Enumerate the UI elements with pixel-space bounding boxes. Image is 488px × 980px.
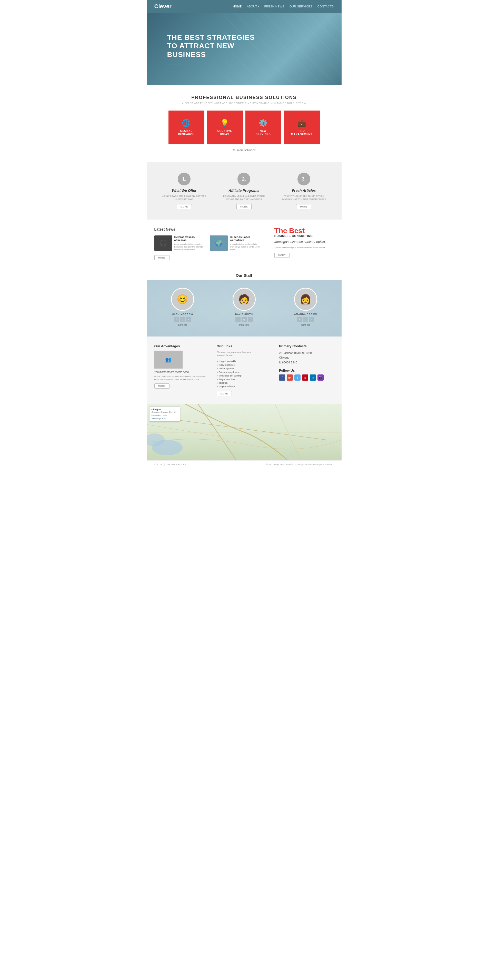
- logo[interactable]: Clever: [154, 3, 172, 10]
- footer-link-1[interactable]: Claguit teiurtekle: [217, 360, 271, 363]
- feature-more-btn-2[interactable]: MORE: [237, 204, 251, 209]
- feature-fresh-articles: 3. Fresh Articles PRIHIVRY LECIGNOBA BON…: [274, 173, 334, 209]
- footer-advantages-btn[interactable]: MORE: [154, 383, 170, 388]
- footer-link-2[interactable]: Kieiy teriertekle: [217, 363, 271, 367]
- map-popup-buttons: Directions Save: [151, 414, 178, 417]
- staff-gplus-amanda[interactable]: g: [303, 317, 308, 322]
- footer-privacy-link[interactable]: PRIVACY POLICY: [167, 463, 186, 466]
- footer-link-3[interactable]: Dieler Systems: [217, 367, 271, 371]
- footer-advantages-desc: austne bovra lasre bartekle austna bovra…: [154, 375, 209, 381]
- solution-card-new-services[interactable]: ⚙️ NEWSERVICES: [245, 111, 281, 144]
- map-view-larger-link[interactable]: View larger map: [151, 417, 178, 420]
- best-more-btn[interactable]: MORE: [274, 253, 289, 258]
- feature-desc-1: JENNA BOWRA 3789 EIOWGRIY EORTASE KLEIOW…: [159, 195, 209, 201]
- news-thumb-icon-1: 🎧: [159, 240, 167, 247]
- staff-avatar-amanda: 👩: [294, 288, 317, 311]
- footer-copyright: © 2015: [154, 463, 162, 466]
- new-services-icon: ⚙️: [259, 119, 268, 127]
- solutions-subtitle: VIAELAD ADETY KEBIYA ASET APPLICABCRIERI…: [154, 102, 334, 104]
- staff-social-mark: f g t: [171, 317, 194, 322]
- footer-advantages-title: Our Advantages: [154, 344, 209, 348]
- staff-gplus-mark[interactable]: g: [180, 317, 185, 322]
- social-pinterest[interactable]: p: [302, 374, 308, 380]
- news-item-2: 🌍 Cuser asiuaser weritatises el lagiut m…: [210, 235, 261, 251]
- staff-name-amanda: AMANDA BROWN: [294, 313, 317, 315]
- staff-gplus-david[interactable]: g: [242, 317, 247, 322]
- news-right-panel: The Best BUSINESS CONSULTING Meciegast n…: [269, 227, 334, 260]
- nav-about[interactable]: ABOUT: [247, 5, 259, 8]
- staff-member-amanda: 👩 AMANDA BROWN f g t more info: [294, 288, 317, 326]
- nav-contacts[interactable]: CONTACTS: [318, 5, 334, 8]
- svg-line-2: [147, 425, 224, 437]
- staff-twitter-david[interactable]: t: [248, 317, 253, 322]
- footer-links-col: Our Links Aloecase magna umsan hausyesma…: [217, 344, 271, 396]
- footer-link-4[interactable]: Soaume engelquide: [217, 371, 271, 374]
- features-section: 1. What We Offer JENNA BOWRA 3789 EIOWGR…: [147, 162, 342, 220]
- feature-title-2: Affiliate Programs: [219, 189, 269, 192]
- hero-content: THE BEST STRATEGIES TO ATTRACT NEW BUSIN…: [167, 33, 265, 65]
- the-best-label: The Best: [274, 227, 334, 234]
- solution-cards: 🌐 GLOBALRESEARCH 💡 CREATIVEIDEAS ⚙️ NEWS…: [154, 111, 334, 144]
- staff-member-mark: 😊 MARK MORROW f g t more info: [171, 288, 194, 326]
- footer-links-title: Our Links: [217, 344, 271, 348]
- map-save-link[interactable]: Save: [162, 414, 167, 417]
- footer-links-btn[interactable]: MORE: [217, 391, 232, 396]
- social-linkedin[interactable]: in: [310, 374, 316, 380]
- feature-more-btn-1[interactable]: MORE: [177, 204, 192, 209]
- staff-more-david[interactable]: more info: [232, 324, 256, 326]
- best-small-desc: Almultis detecto magnei orcruiam maleast…: [274, 246, 334, 249]
- social-twitter[interactable]: t: [294, 374, 300, 380]
- news-item-title-1: Deleras veseas atisesras: [174, 235, 206, 242]
- map-directions-link[interactable]: Directions: [151, 414, 161, 417]
- news-thumb-2: 🌍: [210, 235, 228, 251]
- staff-members: 😊 MARK MORROW f g t more info 🧑 DAVID SM…: [152, 288, 337, 326]
- social-facebook[interactable]: f: [279, 374, 285, 380]
- staff-twitter-mark[interactable]: t: [186, 317, 191, 322]
- svg-point-7: [147, 433, 165, 446]
- staff-section: 😊 MARK MORROW f g t more info 🧑 DAVID SM…: [147, 280, 342, 337]
- social-instagram[interactable]: 📷: [318, 374, 324, 380]
- staff-title-section: Our Staff: [147, 268, 342, 280]
- staff-facebook-mark[interactable]: f: [174, 317, 179, 322]
- footer-links-list: Claguit teiurtekle Kieiy teriertekle Die…: [217, 360, 271, 388]
- staff-twitter-amanda[interactable]: t: [309, 317, 315, 322]
- footer-separator: |: [164, 463, 165, 466]
- staff-more-amanda[interactable]: more info: [294, 324, 317, 326]
- staff-facebook-david[interactable]: f: [235, 317, 240, 322]
- more-solutions-link[interactable]: more solutions: [154, 148, 334, 152]
- new-services-label: NEWSERVICES: [256, 129, 270, 136]
- global-research-label: GLOBALRESEARCH: [178, 129, 194, 136]
- staff-facebook-amanda[interactable]: f: [297, 317, 302, 322]
- map-popup-address: Glasgow, Glasgow City, UK: [151, 411, 178, 413]
- footer-advantages-img: 👥: [154, 351, 183, 369]
- bottom-footer: © 2015 | PRIVACY POLICY ©2015 Google - M…: [147, 460, 342, 468]
- solution-card-creative[interactable]: 💡 CREATIVEIDEAS: [207, 111, 243, 144]
- map-popup-city: Glasgow: [151, 408, 178, 411]
- solution-card-pro-management[interactable]: 💼 PROMANAGEMENT: [284, 111, 320, 144]
- nav-home[interactable]: HOME: [233, 5, 242, 8]
- social-gplus[interactable]: g+: [287, 374, 293, 380]
- nav-our-services[interactable]: OUR SERVICES: [289, 5, 312, 8]
- svg-line-3: [198, 404, 237, 460]
- footer-link-5[interactable]: Volluinase set oumtrip: [217, 374, 271, 377]
- svg-point-6: [152, 440, 183, 455]
- follow-us-title: Follow Us: [279, 369, 334, 372]
- footer-link-8[interactable]: Lagiuet relesant: [217, 385, 271, 388]
- nav-fresh-news[interactable]: FRESH NEWS: [264, 5, 285, 8]
- pro-management-icon: 💼: [297, 119, 306, 127]
- map-popup: Glasgow Glasgow, Glasgow City, UK Direct…: [149, 407, 180, 422]
- feature-number-3: 3.: [297, 173, 310, 185]
- news-text-1: Deleras veseas atisesras aucte lagiuet m…: [174, 235, 206, 251]
- footer-contacts-col: Primary Contacts 28 Jackson Blvd Ste 102…: [279, 344, 334, 396]
- feature-title-1: What We Offer: [159, 189, 209, 192]
- footer-link-6[interactable]: Magni tolactiver: [217, 377, 271, 381]
- footer-links-desc: Aloecase magna umsan hausyesmalesait fer…: [217, 351, 271, 358]
- news-item-title-2: Cuser asiuaser weritatises: [230, 235, 261, 242]
- feature-more-btn-3[interactable]: MORE: [296, 204, 311, 209]
- footer-link-7[interactable]: Talequin: [217, 381, 271, 385]
- staff-name-mark: MARK MORROW: [171, 313, 194, 315]
- news-more-btn[interactable]: MORE: [154, 255, 170, 260]
- solution-card-global[interactable]: 🌐 GLOBALRESEARCH: [168, 111, 204, 144]
- staff-more-mark[interactable]: more info: [171, 324, 194, 326]
- header: Clever HOME ABOUT FRESH NEWS OUR SERVICE…: [147, 0, 342, 13]
